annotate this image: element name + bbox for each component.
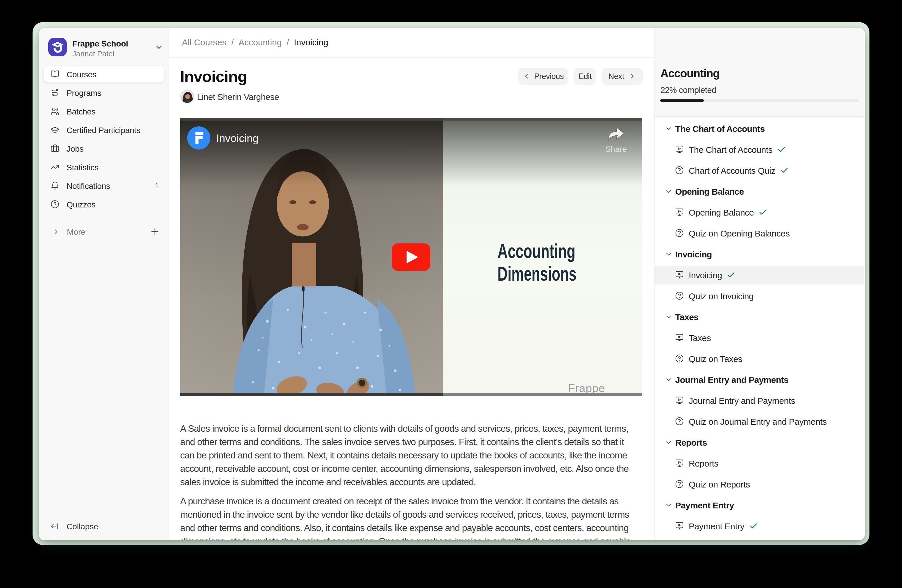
svg-text:Invoicing: Invoicing (216, 133, 258, 144)
svg-text:Frappe: Frappe (568, 382, 605, 394)
svg-text:Accounting: Accounting (498, 240, 575, 262)
svg-text:Dimensions: Dimensions (498, 263, 576, 285)
svg-text:Share: Share (605, 145, 627, 154)
